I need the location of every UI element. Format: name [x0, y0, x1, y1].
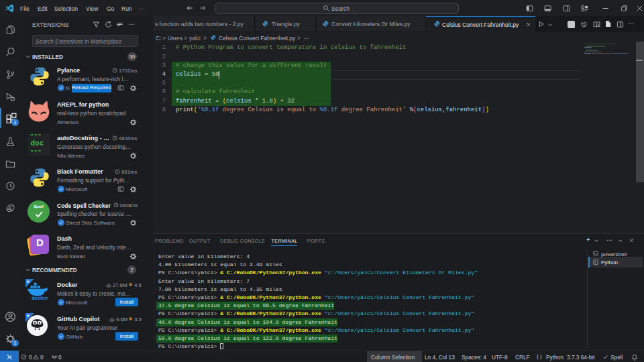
svg-text:docker: docker: [32, 295, 48, 301]
